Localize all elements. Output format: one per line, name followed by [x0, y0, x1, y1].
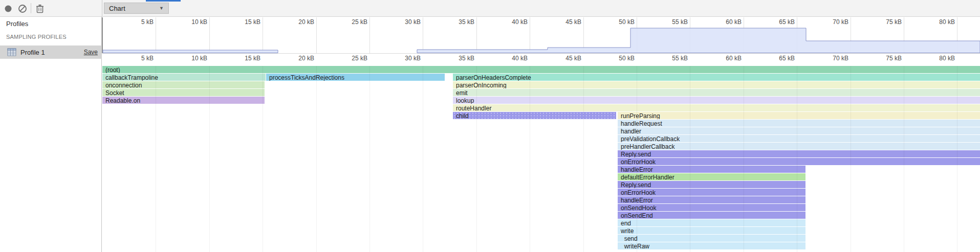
flame-tick-label: 25 kB	[332, 55, 367, 62]
flame-gridline	[851, 66, 851, 252]
flame-bar[interactable]: parserOnIncoming	[453, 81, 980, 88]
flame-gridline	[156, 66, 156, 252]
profiles-sidebar: Profiles SAMPLING PROFILES Profile 1 Sav…	[0, 17, 102, 252]
flame-bar[interactable]: onSendEnd	[618, 212, 805, 219]
allocation-overview-pane[interactable]: 5 kB10 kB15 kB20 kB25 kB30 kB35 kB40 kB4…	[102, 17, 980, 54]
flame-tick-label: 65 kB	[759, 55, 795, 62]
flame-bar[interactable]: _send	[618, 235, 805, 242]
flame-tick-label: 40 kB	[492, 55, 528, 62]
flame-bar[interactable]: onErrorHook	[618, 158, 980, 165]
flame-gridline	[423, 66, 423, 252]
sidebar-item-profile-1[interactable]: Profile 1 Save	[0, 45, 102, 59]
flame-gridline	[744, 66, 744, 252]
flame-bar[interactable]: processTicksAndRejections	[266, 74, 445, 81]
flame-tick-label: 50 kB	[599, 55, 635, 62]
profile-table-icon	[7, 48, 16, 57]
sidebar-title: Profiles	[6, 20, 28, 28]
flame-gridline	[690, 66, 690, 252]
flame-bar[interactable]: (root)	[102, 66, 980, 73]
toolbar: Chart ▼	[0, 0, 980, 17]
flame-bar[interactable]: handleError	[618, 166, 805, 173]
flame-bar[interactable]: routeHandler	[453, 104, 980, 111]
flame-tick-label: 15 kB	[225, 55, 260, 62]
flame-gridline	[583, 66, 584, 252]
flame-bar[interactable]: handleError	[618, 196, 805, 203]
flame-bar[interactable]: Socket	[102, 89, 265, 96]
flame-gridline	[957, 66, 957, 252]
flame-gridline	[209, 66, 210, 252]
flame-chart-pane[interactable]: 5 kB10 kB15 kB20 kB25 kB30 kB35 kB40 kB4…	[102, 54, 980, 252]
flame-bar[interactable]: end	[618, 219, 805, 226]
flame-gridline	[476, 66, 477, 252]
flame-bar[interactable]: Readable.on	[102, 97, 265, 104]
flame-gridline	[316, 66, 317, 252]
flame-tick-label: 45 kB	[546, 55, 581, 62]
record-icon	[4, 5, 12, 13]
profile-name: Profile 1	[20, 49, 45, 56]
flame-bar[interactable]: Reply.send	[618, 181, 805, 188]
flame-gridline	[904, 66, 904, 252]
flame-bar[interactable]: runPreParsing	[618, 112, 980, 119]
save-profile-link[interactable]: Save	[84, 49, 98, 56]
flame-tick-label: 70 kB	[813, 55, 848, 62]
flame-bar[interactable]: callbackTrampoline	[102, 74, 266, 81]
active-tab-indicator	[146, 0, 181, 2]
flame-bar[interactable]: emit	[453, 89, 980, 96]
flame-bar[interactable]: child	[453, 112, 616, 119]
flame-gridline	[637, 66, 637, 252]
flame-bar[interactable]: preHandlerCallback	[618, 143, 980, 150]
flame-bar[interactable]: parserOnHeadersComplete	[453, 74, 980, 81]
flame-tick-label: 20 kB	[278, 55, 314, 62]
flame-tick-label: 55 kB	[652, 55, 688, 62]
flame-tick-label: 30 kB	[385, 55, 421, 62]
flame-bar[interactable]: onconnection	[102, 81, 265, 88]
view-mode-value: Chart	[109, 5, 125, 12]
flame-bar[interactable]: handleRequest	[618, 120, 980, 127]
flame-gridline	[797, 66, 797, 252]
flame-gridline	[530, 66, 530, 252]
devtools-sampling-profiler: Chart ▼ Profiles SAMPLING PROFILES Profi…	[0, 0, 980, 252]
flame-bar[interactable]: defaultErrorHandler	[618, 173, 805, 180]
flame-gridline	[369, 66, 370, 252]
flame-gridline	[263, 66, 263, 252]
clear-button[interactable]	[16, 3, 29, 15]
toolbar-separator	[102, 0, 102, 17]
flame-bar[interactable]: lookup	[453, 97, 980, 104]
flame-tick-label: 60 kB	[706, 55, 742, 62]
flame-tick-label: 10 kB	[171, 55, 207, 62]
sidebar-section-label: SAMPLING PROFILES	[6, 34, 67, 40]
record-button[interactable]	[2, 3, 14, 15]
flame-bar[interactable]: handler	[618, 127, 980, 134]
trash-icon	[36, 4, 44, 13]
flame-tick-label: 75 kB	[866, 55, 902, 62]
flame-bar[interactable]: Reply.send	[618, 150, 980, 157]
flame-bar[interactable]: onSendHook	[618, 204, 805, 211]
flame-tick-label: 35 kB	[439, 55, 474, 62]
delete-profile-button[interactable]	[34, 3, 46, 15]
toolbar-divider	[31, 3, 31, 13]
flame-bar[interactable]: write_	[618, 227, 805, 234]
view-mode-select[interactable]: Chart ▼	[104, 3, 169, 14]
overview-area-chart[interactable]	[102, 17, 980, 53]
block-icon	[18, 4, 27, 13]
flame-tick-label: 5 kB	[118, 55, 154, 62]
flame-tick-label: 80 kB	[919, 55, 955, 62]
flame-bar[interactable]: _writeRaw	[618, 242, 805, 249]
flame-bar[interactable]: preValidationCallback	[618, 135, 980, 142]
chevron-down-icon: ▼	[159, 6, 164, 11]
flame-bar[interactable]: onErrorHook	[618, 189, 805, 196]
